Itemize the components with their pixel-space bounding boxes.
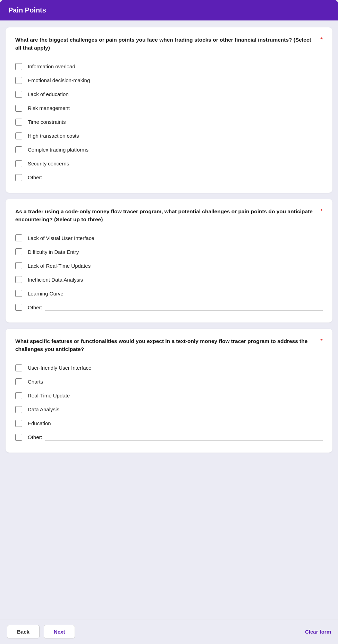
page-title: Pain Points bbox=[8, 6, 330, 14]
question-3-text: What specific features or functionalitie… bbox=[15, 337, 318, 353]
checkbox-label-q2-opt3: Inefficient Data Analysis bbox=[28, 277, 83, 283]
list-item: Education bbox=[15, 417, 323, 430]
list-item: Risk management bbox=[15, 101, 323, 115]
other-item: Other: bbox=[15, 171, 323, 184]
required-star-3: * bbox=[320, 338, 323, 345]
checkbox-q1-opt7[interactable] bbox=[15, 160, 22, 167]
list-item: Security concerns bbox=[15, 157, 323, 171]
list-item: Learning Curve bbox=[15, 286, 323, 300]
checkbox-q2-opt0[interactable] bbox=[15, 234, 22, 241]
question-1-options: Information overloadEmotional decision-m… bbox=[15, 60, 323, 184]
list-item: Data Analysis bbox=[15, 403, 323, 417]
list-item: Charts bbox=[15, 375, 323, 389]
checkbox-label-q2-opt4: Learning Curve bbox=[28, 291, 64, 297]
other-label: Other: bbox=[28, 174, 42, 180]
checkbox-label-q1-opt7: Security concerns bbox=[28, 161, 69, 166]
checkbox-label-q1-opt0: Information overload bbox=[28, 63, 75, 69]
checkbox-q2-other[interactable] bbox=[15, 304, 22, 311]
list-item: Time constraints bbox=[15, 115, 323, 129]
other-text-input-q3[interactable] bbox=[45, 434, 323, 441]
clear-form-button[interactable]: Clear form bbox=[305, 629, 331, 635]
checkbox-q3-other[interactable] bbox=[15, 434, 22, 441]
checkbox-label-q3-opt4: Education bbox=[28, 420, 51, 426]
checkbox-q2-opt3[interactable] bbox=[15, 276, 22, 283]
required-star-1: * bbox=[320, 36, 323, 44]
list-item: Lack of education bbox=[15, 87, 323, 101]
list-item: User-friendly User Interface bbox=[15, 361, 323, 375]
other-label: Other: bbox=[28, 304, 42, 310]
checkbox-q3-opt1[interactable] bbox=[15, 378, 22, 385]
footer-left-buttons: Back Next bbox=[7, 625, 75, 638]
list-item: Real-Time Update bbox=[15, 389, 323, 403]
checkbox-q1-opt1[interactable] bbox=[15, 77, 22, 84]
other-item: Other: bbox=[15, 300, 323, 314]
list-item: Lack of Visual User Interface bbox=[15, 231, 323, 245]
question-1-text: What are the biggest challenges or pain … bbox=[15, 36, 318, 52]
other-item: Other: bbox=[15, 430, 323, 444]
list-item: Difficulty in Data Entry bbox=[15, 245, 323, 259]
required-star-2: * bbox=[320, 208, 323, 215]
list-item: Inefficient Data Analysis bbox=[15, 273, 323, 286]
checkbox-q1-opt0[interactable] bbox=[15, 63, 22, 70]
page-body: What are the biggest challenges or pain … bbox=[0, 20, 338, 619]
other-label: Other: bbox=[28, 434, 42, 440]
checkbox-q2-opt1[interactable] bbox=[15, 248, 22, 255]
checkbox-q1-opt4[interactable] bbox=[15, 119, 22, 126]
checkbox-label-q2-opt0: Lack of Visual User Interface bbox=[28, 235, 94, 241]
checkbox-q2-opt2[interactable] bbox=[15, 262, 22, 269]
checkbox-q3-opt4[interactable] bbox=[15, 420, 22, 427]
question-card-1: What are the biggest challenges or pain … bbox=[6, 27, 332, 193]
list-item: Emotional decision-making bbox=[15, 74, 323, 87]
question-card-3: What specific features or functionalitie… bbox=[6, 329, 332, 453]
checkbox-q1-opt2[interactable] bbox=[15, 91, 22, 98]
checkbox-q1-opt6[interactable] bbox=[15, 146, 22, 153]
checkbox-q1-opt5[interactable] bbox=[15, 132, 22, 139]
checkbox-q3-opt3[interactable] bbox=[15, 406, 22, 413]
other-text-input-q2[interactable] bbox=[45, 304, 323, 311]
checkbox-label-q2-opt2: Lack of Real-Time Updates bbox=[28, 263, 91, 269]
checkbox-label-q1-opt5: High transaction costs bbox=[28, 133, 79, 139]
checkbox-label-q1-opt1: Emotional decision-making bbox=[28, 77, 90, 83]
form-footer: Back Next Clear form bbox=[0, 619, 338, 644]
checkbox-q1-other[interactable] bbox=[15, 174, 22, 181]
other-text-input-q1[interactable] bbox=[45, 174, 323, 181]
next-button[interactable]: Next bbox=[44, 625, 75, 638]
checkbox-q1-opt3[interactable] bbox=[15, 105, 22, 112]
checkbox-label-q1-opt3: Risk management bbox=[28, 105, 70, 111]
checkbox-q3-opt0[interactable] bbox=[15, 364, 22, 371]
question-2-options: Lack of Visual User InterfaceDifficulty … bbox=[15, 231, 323, 314]
checkbox-label-q2-opt1: Difficulty in Data Entry bbox=[28, 249, 79, 255]
question-3-options: User-friendly User InterfaceChartsReal-T… bbox=[15, 361, 323, 444]
list-item: Complex trading platforms bbox=[15, 143, 323, 157]
list-item: High transaction costs bbox=[15, 129, 323, 143]
checkbox-label-q3-opt3: Data Analysis bbox=[28, 406, 59, 412]
checkbox-label-q3-opt0: User-friendly User Interface bbox=[28, 365, 91, 371]
question-2-text: As a trader using a code-only money flow… bbox=[15, 207, 318, 224]
checkbox-label-q1-opt6: Complex trading platforms bbox=[28, 147, 88, 153]
checkbox-label-q1-opt2: Lack of education bbox=[28, 91, 69, 97]
checkbox-q2-opt4[interactable] bbox=[15, 290, 22, 297]
checkbox-label-q3-opt1: Charts bbox=[28, 379, 43, 385]
list-item: Information overload bbox=[15, 60, 323, 74]
checkbox-label-q3-opt2: Real-Time Update bbox=[28, 393, 70, 398]
list-item: Lack of Real-Time Updates bbox=[15, 259, 323, 273]
page-header: Pain Points bbox=[0, 0, 338, 20]
back-button[interactable]: Back bbox=[7, 625, 40, 638]
checkbox-label-q1-opt4: Time constraints bbox=[28, 119, 66, 125]
checkbox-q3-opt2[interactable] bbox=[15, 392, 22, 399]
question-card-2: As a trader using a code-only money flow… bbox=[6, 199, 332, 323]
